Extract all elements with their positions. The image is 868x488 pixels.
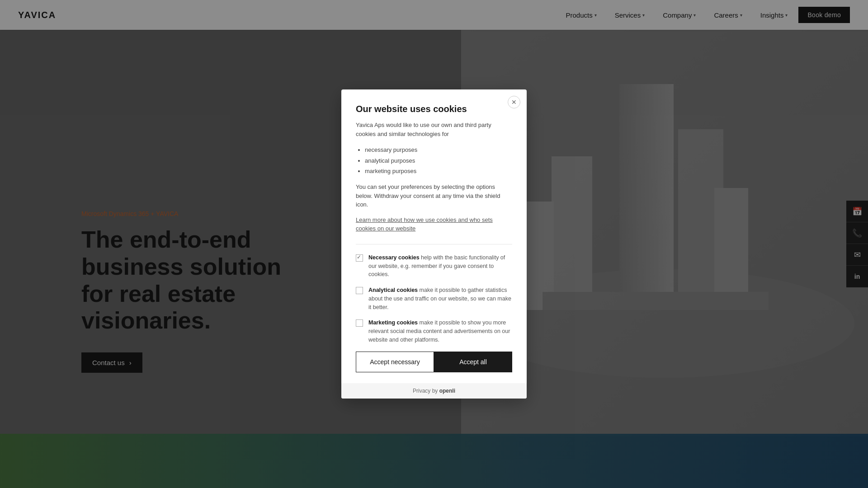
marketing-cookie-checkbox[interactable] [356,319,363,327]
cookie-footer-text: Privacy by [413,388,438,394]
accept-all-button[interactable]: Accept all [434,352,512,372]
cookie-close-button[interactable]: ✕ [508,96,520,108]
marketing-cookie-text: Marketing cookies make it possible to sh… [368,319,512,344]
necessary-cookie-text: Necessary cookies help with the basic fu… [368,253,512,279]
cookie-list: necessary purposes analytical purposes m… [365,145,512,176]
cookie-footer: Privacy by openli [341,383,527,399]
marketing-cookie-option: Marketing cookies make it possible to sh… [356,319,512,344]
accept-necessary-button[interactable]: Accept necessary [356,352,434,372]
cookie-list-item: analytical purposes [365,155,512,166]
cookie-footer-brand: openli [439,388,455,394]
necessary-cookie-checkbox[interactable] [356,254,363,262]
analytical-cookie-option: Analytical cookies make it possible to g… [356,286,512,311]
cookie-list-item: necessary purposes [365,145,512,155]
cookie-consent-text: You can set your preferences by selectin… [356,183,512,209]
cookie-overlay: ✕ Our website uses cookies Yavica Aps wo… [0,0,868,488]
cookie-modal-body: ✕ Our website uses cookies Yavica Aps wo… [341,89,527,383]
analytical-cookie-checkbox[interactable] [356,287,363,294]
cookie-learn-link[interactable]: Learn more about how we use cookies and … [356,216,512,233]
cookie-modal: ✕ Our website uses cookies Yavica Aps wo… [341,89,527,398]
cookie-title: Our website uses cookies [356,104,512,114]
necessary-cookie-option: Necessary cookies help with the basic fu… [356,253,512,279]
cookie-intro: Yavica Aps would like to use our own and… [356,121,512,138]
cookie-buttons: Accept necessary Accept all [356,352,512,372]
cookie-divider [356,244,512,244]
analytical-cookie-text: Analytical cookies make it possible to g… [368,286,512,311]
cookie-list-item: marketing purposes [365,166,512,176]
